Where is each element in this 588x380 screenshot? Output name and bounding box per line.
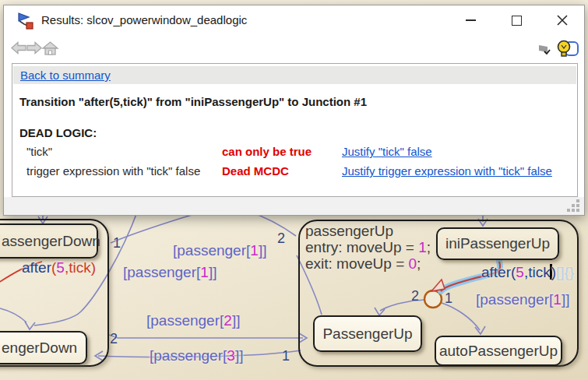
close-button[interactable] [551, 10, 574, 30]
exit-action: exit: moveUp = [305, 255, 409, 272]
label-passenger1-upper[interactable]: [passenger[1]] [173, 242, 266, 259]
state-label: iniPassengerUp [445, 235, 550, 252]
label-passenger1-lower[interactable]: [passenger[1]] [123, 264, 217, 281]
flag-icon[interactable] [537, 44, 551, 55]
label-passenger3[interactable]: [passenger[3]] [150, 347, 243, 364]
home-icon[interactable] [41, 41, 59, 56]
state-label: PassengerUp [322, 325, 412, 343]
highlight-lightbulb-icon[interactable] [556, 38, 579, 59]
label-after-left[interactable]: after(5,tick) [22, 259, 96, 276]
back-to-summary-link[interactable]: Back to summary [20, 69, 111, 82]
state-passengerup[interactable]: PassengerUp [313, 315, 422, 352]
state-passengerdown-bottom[interactable]: engerDown [0, 331, 87, 364]
condition-text: "tick" [26, 145, 52, 158]
window-footer [4, 197, 584, 215]
autocomplete-ghost: []{} [556, 264, 574, 280]
coverage-results-icon [16, 11, 37, 31]
state-label: assengerDown [2, 233, 100, 250]
justify-link[interactable]: Justify trigger expression with "tick" f… [342, 164, 552, 178]
dead-logic-section-title: DEAD LOGIC: [19, 126, 97, 139]
close-icon [557, 15, 568, 26]
entry-action: entry: moveUp = [305, 239, 418, 255]
transition-number: 2 [411, 288, 419, 304]
status-text: can only be true [222, 145, 312, 158]
forward-icon[interactable] [26, 41, 42, 55]
status-text: Dead MCDC [222, 164, 289, 178]
report-heading: Transition "after(5,tick)" from "iniPass… [19, 95, 367, 108]
minimize-button[interactable] [459, 10, 482, 30]
maximize-button[interactable] [505, 10, 528, 30]
report-panel: Back to summary Transition "after(5,tick… [12, 63, 578, 197]
justify-link[interactable]: Justify "tick" false [342, 145, 432, 158]
transition-1-left-superstate[interactable] [111, 211, 204, 243]
dead-logic-row: "tick" can only be true Justify "tick" f… [12, 145, 577, 160]
state-label: engerDown [2, 340, 77, 357]
results-window: Results: slcov_powerwindow_deadlogic [3, 5, 585, 216]
superstate-passengerup-label[interactable]: passengerUp entry: moveUp = 1; exit: mov… [305, 223, 431, 272]
superstate-name: passengerUp [305, 223, 393, 239]
transition-number: 2 [110, 331, 118, 347]
transition-number: 2 [277, 230, 285, 247]
transition-number: 1 [282, 348, 290, 364]
state-label: autoPassengerUp [439, 343, 558, 360]
title-bar[interactable]: Results: slcov_powerwindow_deadlogic [4, 5, 584, 35]
window-title: Results: slcov_powerwindow_deadlogic [41, 13, 247, 26]
toolbar [4, 35, 584, 63]
label-passenger2[interactable]: [passenger[2]] [146, 312, 240, 329]
transition-number: 1 [113, 235, 121, 252]
back-icon[interactable] [11, 41, 27, 55]
state-inipassengerup[interactable]: iniPassengerUp [436, 227, 559, 260]
stateflow-canvas: passengerUp entry: moveUp = 1; exit: mov… [0, 0, 588, 380]
label-after-right-editing[interactable]: after(5,tick)[]{} [481, 264, 574, 281]
resize-grip[interactable] [566, 199, 582, 213]
dead-logic-row: trigger expression with "tick" false Dea… [12, 164, 577, 180]
state-autopassengerup[interactable]: autoPassengerUp [435, 336, 562, 366]
summary-bar: Back to summary [13, 66, 576, 84]
transition-number: 1 [445, 290, 452, 307]
condition-text: trigger expression with "tick" false [26, 164, 200, 178]
state-passengerdown-top[interactable]: assengerDown [0, 223, 98, 259]
label-passenger1-right[interactable]: [passenger[1]] [476, 291, 569, 308]
